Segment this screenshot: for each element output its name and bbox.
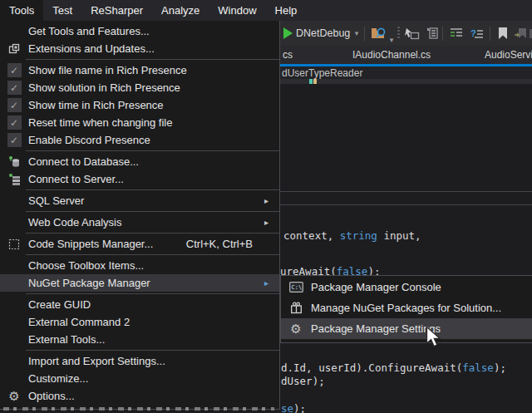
menu-item-label: Package Manager Settings xyxy=(311,322,518,335)
console-icon: C:\ xyxy=(289,282,303,293)
tab-audioservice-cs[interactable]: AudioService.cs xyxy=(485,46,532,64)
menu-item-gutter: ⚙ xyxy=(0,390,28,402)
menu-item-choose-toolbox-items[interactable]: Choose Toolbox Items... xyxy=(0,257,279,274)
current-line-highlight xyxy=(274,191,532,205)
menu-item-create-guid[interactable]: Create GUID xyxy=(0,296,279,313)
menu-item-manage-nuget-packages-for-solution[interactable]: Manage NuGet Packages for Solution... xyxy=(281,297,532,318)
menu-item-label: External Command 2 xyxy=(28,316,264,328)
menu-item-gutter: ⚙ xyxy=(281,322,311,335)
menubar-item-test[interactable]: Test xyxy=(43,0,81,21)
menubar-item-resharper[interactable]: ReSharper xyxy=(81,0,152,21)
check-icon: ✓ xyxy=(7,81,22,95)
menu-item-external-tools[interactable]: External Tools... xyxy=(0,331,279,348)
menu-item-gutter xyxy=(0,43,28,54)
menu-item-code-snippets-manager[interactable]: Code Snippets Manager...Ctrl+K, Ctrl+B xyxy=(0,235,279,253)
menu-item-gutter: ✓ xyxy=(0,98,28,112)
code-segment: false xyxy=(462,361,494,374)
menu-item-show-file-name-in-rich-presence[interactable]: ✓Show file name in Rich Presence xyxy=(0,61,279,79)
menu-item-label: Customize... xyxy=(28,372,264,385)
run-config-label[interactable]: DNetDebug xyxy=(296,21,350,46)
navigate-cursor-icon xyxy=(405,27,420,40)
submenu-arrow-icon: ▸ xyxy=(264,278,279,288)
menu-item-connect-to-database[interactable]: Connect to Database... xyxy=(0,153,279,170)
menu-item-label: Package Manager Console xyxy=(311,281,518,293)
menu-separator xyxy=(26,150,279,151)
chevron-down-icon: ▾ xyxy=(390,36,394,44)
code-segment: dUser); xyxy=(281,375,325,387)
menu-separator xyxy=(26,254,279,255)
menu-item-package-manager-console[interactable]: C:\Package Manager Console xyxy=(281,277,532,297)
menu-item-options[interactable]: ⚙Options... xyxy=(0,387,279,405)
clipped-code-line xyxy=(3,407,274,411)
menu-item-enable-discord-presence[interactable]: ✓Enable Discord Presence xyxy=(0,131,279,149)
find-in-files-button[interactable] xyxy=(369,21,387,46)
database-icon xyxy=(8,155,21,168)
code-segment: d.Id, userId).ConfigureAwait( xyxy=(281,361,462,374)
menubar-item-window[interactable]: Window xyxy=(209,0,265,21)
submenu-arrow-icon: ▸ xyxy=(264,196,279,205)
menu-item-import-and-export-settings[interactable]: Import and Export Settings... xyxy=(0,352,279,370)
menu-item-label: Import and Export Settings... xyxy=(28,355,264,367)
search-folder-icon xyxy=(371,27,387,40)
menu-item-label: Enable Discord Presence xyxy=(28,134,264,146)
run-config-dropdown[interactable]: ▾ xyxy=(352,21,362,46)
menu-item-extensions-and-updates[interactable]: Extensions and Updates... xyxy=(0,40,279,57)
menu-item-label: Show solution in Rich Presence xyxy=(28,81,264,94)
menu-separator xyxy=(26,233,279,234)
menu-item-shortcut: Ctrl+K, Ctrl+B xyxy=(186,238,253,250)
menu-item-show-time-in-rich-presence[interactable]: ✓Show time in Rich Presence xyxy=(0,96,279,114)
server-icon xyxy=(8,173,21,185)
menu-item-reset-time-when-changing-file[interactable]: ✓Reset time when changing file xyxy=(0,114,279,131)
menu-item-show-solution-in-rich-presence[interactable]: ✓Show solution in Rich Presence xyxy=(0,79,279,96)
menu-item-label: Extensions and Updates... xyxy=(28,42,264,55)
menu-item-customize[interactable]: Customize... xyxy=(0,370,279,387)
bookmark-icon xyxy=(497,27,509,40)
menubar-item-help[interactable]: Help xyxy=(266,0,307,21)
run-button[interactable] xyxy=(281,21,294,46)
tab-iaudiochannel-cs[interactable]: IAudioChannel.cs xyxy=(352,46,431,64)
menu-item-external-command-2[interactable]: External Command 2 xyxy=(0,313,279,331)
grip-dots-icon xyxy=(397,27,400,40)
menu-separator xyxy=(26,211,279,212)
menu-item-gutter xyxy=(0,155,28,168)
menu-separator xyxy=(26,59,279,60)
submenu-arrow-icon: ▸ xyxy=(264,218,279,227)
tab-cs[interactable]: cs xyxy=(283,46,293,64)
bookmark-button[interactable] xyxy=(495,21,511,46)
snippets-icon xyxy=(8,238,20,250)
question-lines-icon: ? xyxy=(470,27,485,40)
menu-item-web-code-analysis[interactable]: Web Code Analysis▸ xyxy=(0,214,279,231)
mouse-cursor xyxy=(426,326,442,349)
extensions-icon xyxy=(8,43,20,54)
chevron-down-icon: ▾ xyxy=(355,29,359,37)
menu-item-gutter xyxy=(0,238,28,250)
code-segment: se xyxy=(281,402,293,413)
toolbar-separator xyxy=(364,27,365,41)
menu-item-nuget-package-manager[interactable]: NuGet Package Manager▸ xyxy=(0,274,279,292)
navigate-backward-button[interactable] xyxy=(403,21,421,46)
copy-lines-button[interactable] xyxy=(422,21,441,46)
code-segment: ); xyxy=(293,402,306,413)
menu-item-label: Connect to Server... xyxy=(28,173,264,185)
menu-item-label: NuGet Package Manager xyxy=(28,277,264,289)
menu-item-label: External Tools... xyxy=(28,333,264,346)
menu-item-package-manager-settings[interactable]: ⚙Package Manager Settings xyxy=(281,318,532,339)
menubar-item-analyze[interactable]: Analyze xyxy=(152,0,209,21)
code-segment: input, xyxy=(377,229,421,242)
menu-item-label: Options... xyxy=(28,390,264,402)
indent-button[interactable] xyxy=(447,21,466,46)
menu-item-gutter: ✓ xyxy=(0,133,28,147)
svg-text:?: ? xyxy=(470,28,476,38)
prev-bookmark-button[interactable] xyxy=(512,21,529,46)
code-segment: string xyxy=(340,229,377,242)
menu-item-gutter: ✓ xyxy=(0,63,28,77)
menubar-item-tools[interactable]: Tools xyxy=(0,0,43,21)
member-glyph-icon xyxy=(309,79,317,84)
code-line: context, string input, xyxy=(283,230,421,242)
comment-help-button[interactable]: ? xyxy=(468,21,486,46)
menu-item-sql-server[interactable]: SQL Server▸ xyxy=(0,192,279,209)
menu-item-connect-to-server[interactable]: Connect to Server... xyxy=(0,170,279,188)
menu-item-label: SQL Server xyxy=(28,194,264,207)
toolbar-grip[interactable] xyxy=(397,21,401,46)
menu-item-get-tools-and-features[interactable]: Get Tools and Features... xyxy=(0,22,279,40)
